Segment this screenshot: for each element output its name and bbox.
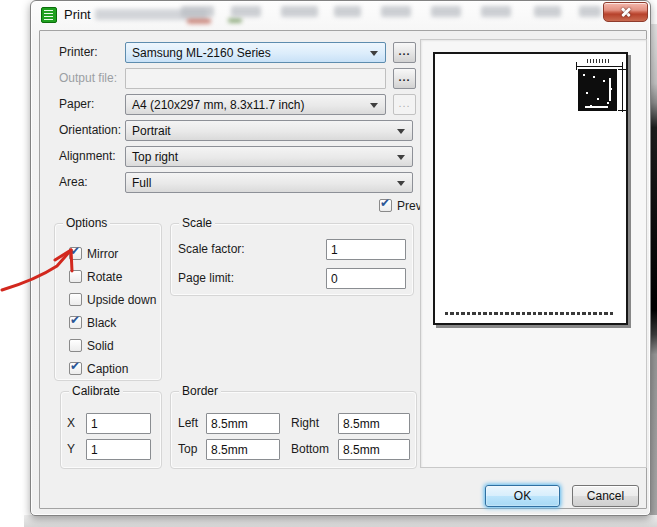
- border-top-input[interactable]: [206, 439, 280, 460]
- ok-button[interactable]: OK: [485, 485, 560, 507]
- censored-red-mark: [187, 18, 211, 24]
- border-left-label: Left: [178, 413, 198, 434]
- dimension-tick: [618, 110, 626, 111]
- censored-menu-item: [579, 6, 601, 17]
- alignment-select[interactable]: Top right: [125, 146, 413, 167]
- page-limit-input[interactable]: [326, 268, 406, 289]
- upside-down-label: Upside down: [87, 293, 156, 307]
- border-top-label: Top: [178, 439, 197, 460]
- censored-green-mark: [228, 18, 242, 23]
- options-group: Options Mirror Rotate Upside down Black …: [54, 223, 162, 381]
- cancel-button[interactable]: Cancel: [572, 485, 639, 507]
- screenshot-root: Print Printer: Samsung ML-2160 Series: [0, 0, 657, 527]
- orientation-label: Orientation:: [59, 120, 121, 141]
- printer-value: Samsung ML-2160 Series: [132, 44, 271, 62]
- caption-checkbox[interactable]: [69, 362, 82, 375]
- orientation-select[interactable]: Portrait: [125, 120, 413, 141]
- calibrate-x-input[interactable]: [86, 413, 151, 434]
- calibrate-group: Calibrate X Y: [60, 391, 162, 469]
- area-value: Full: [132, 174, 151, 192]
- printer-label: Printer:: [59, 42, 98, 63]
- chevron-down-icon: [370, 51, 378, 56]
- alignment-value: Top right: [132, 148, 178, 166]
- calibrate-group-title: Calibrate: [69, 384, 123, 398]
- orientation-value: Portrait: [132, 122, 171, 140]
- black-label: Black: [87, 316, 116, 330]
- calibrate-y-input[interactable]: [86, 439, 151, 460]
- black-checkbox[interactable]: [69, 316, 82, 329]
- options-group-title: Options: [63, 216, 110, 230]
- dialog-content: Printer: Samsung ML-2160 Series ... Outp…: [39, 30, 647, 509]
- dimension-line-top: [576, 66, 623, 67]
- pcb-drawing: [578, 69, 617, 111]
- preview-panel: [420, 39, 647, 468]
- censored-menu-item: [231, 6, 261, 17]
- border-group-title: Border: [179, 384, 221, 398]
- rotate-checkbox[interactable]: [69, 270, 82, 283]
- rotate-label: Rotate: [87, 270, 122, 284]
- pcb-trace: [609, 78, 611, 101]
- caption-label: Caption: [87, 362, 128, 376]
- border-right-input[interactable]: [338, 413, 410, 434]
- dimension-tick: [576, 62, 577, 70]
- scale-group: Scale Scale factor: Page limit:: [170, 223, 414, 296]
- close-button[interactable]: [603, 2, 648, 22]
- pcb-trace: [585, 106, 608, 108]
- preview-page: [433, 52, 628, 325]
- paper-select[interactable]: A4 (210x297 mm, 8.3x11.7 inch): [125, 94, 386, 115]
- dimension-text-marks: [587, 59, 609, 63]
- mirror-checkbox[interactable]: [69, 247, 82, 260]
- calibrate-y-label: Y: [67, 439, 75, 460]
- censored-menu-item: [534, 6, 561, 17]
- output-file-label: Output file:: [59, 68, 117, 89]
- censored-menu-item: [281, 6, 318, 17]
- solid-label: Solid: [87, 339, 114, 353]
- border-right-label: Right: [291, 413, 319, 434]
- censored-menu-item: [481, 6, 511, 17]
- print-app-icon: [41, 7, 57, 23]
- chevron-down-icon: [397, 155, 405, 160]
- print-dialog: Print Printer: Samsung ML-2160 Series: [30, 0, 651, 516]
- titlebar[interactable]: Print: [31, 1, 650, 30]
- border-group: Border Left Right Top Bottom: [170, 391, 417, 469]
- pcb-pads: [583, 74, 585, 76]
- output-file-browse-button[interactable]: ...: [393, 68, 416, 89]
- upside-down-checkbox[interactable]: [69, 293, 82, 306]
- chevron-down-icon: [370, 103, 378, 108]
- censored-menu-item: [334, 6, 361, 17]
- scale-factor-input[interactable]: [326, 239, 406, 260]
- paper-label: Paper:: [59, 94, 94, 115]
- scale-group-title: Scale: [179, 216, 215, 230]
- alignment-label: Alignment:: [59, 146, 116, 167]
- printer-browse-button[interactable]: ...: [393, 42, 416, 63]
- solid-checkbox[interactable]: [69, 339, 82, 352]
- output-file-input[interactable]: [125, 68, 386, 89]
- window-title: Print: [64, 1, 91, 30]
- border-bottom-label: Bottom: [291, 439, 329, 460]
- calibrate-x-label: X: [67, 413, 75, 434]
- printer-select[interactable]: Samsung ML-2160 Series: [125, 42, 386, 63]
- background-bottom-strip: [24, 515, 657, 527]
- caption-line: [445, 312, 613, 315]
- page-limit-label: Page limit:: [178, 268, 234, 289]
- chevron-down-icon: [397, 129, 405, 134]
- chevron-down-icon: [397, 181, 405, 186]
- border-left-input[interactable]: [206, 413, 280, 434]
- paper-value: A4 (210x297 mm, 8.3x11.7 inch): [132, 96, 305, 114]
- censored-menu-item: [431, 6, 461, 17]
- preview-checkbox[interactable]: [379, 199, 392, 212]
- mirror-label: Mirror: [87, 247, 118, 261]
- border-bottom-input[interactable]: [338, 439, 410, 460]
- scale-factor-label: Scale factor:: [178, 239, 245, 260]
- paper-browse-button: ...: [393, 94, 416, 115]
- censored-menu-item: [381, 6, 411, 17]
- censored-menu-item: [181, 6, 214, 17]
- area-select[interactable]: Full: [125, 172, 413, 193]
- area-label: Area:: [59, 172, 88, 193]
- dimension-tick: [618, 69, 626, 70]
